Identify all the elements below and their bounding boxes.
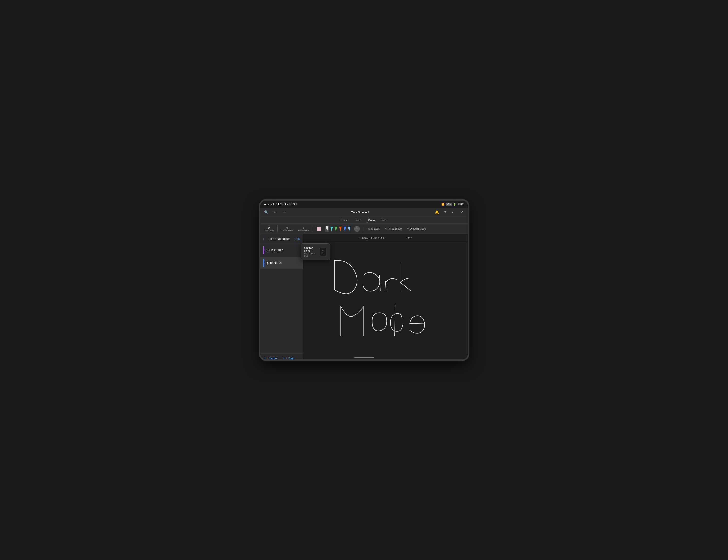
page-date: Sunday, 11 June 2017 [359, 237, 386, 240]
sidebar-header: ‹ Tim's Notebook Edit [260, 234, 303, 244]
add-pen-icon: + [356, 227, 358, 231]
pen-white-icon [326, 226, 328, 232]
pen-tool-blue[interactable] [343, 226, 347, 232]
color-swatch [317, 227, 321, 231]
popup-thumb-number: 1 [322, 250, 324, 254]
add-page-button[interactable]: ＋ + Page [281, 355, 296, 361]
shapes-label: Shapes [371, 228, 380, 230]
add-section-icon: ＋ [264, 356, 266, 360]
draw-toolbar: A Text Mode ⌾ Lasso Select ↕ Insert Spac… [260, 224, 468, 234]
add-section-label: + Section [267, 356, 278, 359]
notification-button[interactable]: 🔔 [434, 209, 440, 216]
time-label: 11:51 [276, 203, 283, 206]
popup-subtitle: No additional text [304, 252, 318, 257]
quick-notes-color-indicator [263, 259, 264, 267]
sidebar-item-quick-notes[interactable]: Quick Notes [260, 257, 303, 269]
pen-green-icon [335, 227, 337, 232]
pen-tool-teal[interactable] [330, 226, 334, 232]
ink-to-shape-icon: ✎ [385, 228, 387, 230]
pen-tools [325, 226, 351, 232]
add-page-icon: ＋ [282, 356, 285, 360]
search-button[interactable]: 🔍 [263, 209, 270, 216]
page-popup: Untitled Page No additional text 1 [301, 243, 330, 261]
insert-space-button[interactable]: ↕ Insert Space [296, 226, 311, 232]
popup-page-item[interactable]: Untitled Page No additional text 1 [302, 245, 328, 259]
menu-tabs: Home Insert Draw View [340, 218, 388, 223]
vpn-badge: VPN [446, 203, 452, 206]
insert-space-icon: ↕ [303, 226, 304, 229]
add-pen-button[interactable]: + [354, 226, 360, 232]
redo-button[interactable]: ↪ [281, 209, 287, 216]
sidebar-back-button[interactable]: ‹ [263, 237, 264, 241]
ink-to-shape-label: Ink to Shape [388, 228, 402, 230]
sidebar-edit-button[interactable]: Edit [295, 237, 300, 241]
drawing-mode-label: Drawing Mode [410, 228, 426, 230]
tab-home[interactable]: Home [340, 218, 349, 223]
tab-view[interactable]: View [381, 218, 389, 223]
sidebar-list: BC Talk 2017 Quick Notes [260, 244, 303, 353]
shapes-icon: ⬡ [368, 228, 370, 230]
insert-space-label: Insert Space [298, 229, 309, 232]
page-time: 13:47 [405, 237, 412, 240]
status-right: 📶 VPN 🔋 100% [441, 203, 464, 206]
shapes-button[interactable]: ⬡ Shapes [366, 227, 382, 231]
share-button[interactable]: ⬆ [442, 209, 448, 216]
tab-draw[interactable]: Draw [367, 218, 376, 223]
signal-label: ◀ Search [264, 203, 274, 206]
sidebar-footer: ＋ + Section ＋ + Page [260, 353, 303, 361]
sidebar: ‹ Tim's Notebook Edit BC Talk 2017 Quick… [260, 234, 303, 361]
status-left: ◀ Search 11:51 Tue 15 Oct [264, 203, 297, 206]
main-content: ‹ Tim's Notebook Edit BC Talk 2017 Quick… [260, 234, 468, 361]
lasso-select-button[interactable]: ⌾ Lasso Select [280, 226, 295, 232]
drawing-mode-icon: ✏ [407, 228, 409, 230]
pen-tool-light-blue[interactable] [347, 226, 351, 232]
text-mode-button[interactable]: A Text Mode [263, 226, 276, 232]
pen-light-blue-icon [348, 227, 350, 232]
popup-title: Untitled Page [304, 247, 318, 252]
popup-thumbnail: 1 [320, 248, 326, 256]
add-section-button[interactable]: ＋ + Section [262, 355, 280, 361]
toolbar-left: 🔍 ↩ ↪ [263, 209, 287, 216]
tab-insert[interactable]: Insert [354, 218, 362, 223]
wifi-icon: 📶 [441, 203, 444, 206]
battery-label: 100% [458, 203, 464, 206]
color-picker-button[interactable] [315, 226, 323, 232]
pen-orange-icon [339, 227, 342, 232]
page-header: Sunday, 11 June 2017 13:47 [303, 234, 468, 241]
pen-blue-icon [344, 227, 346, 232]
quick-notes-label: Quick Notes [266, 261, 282, 265]
home-indicator [354, 357, 374, 358]
bc-talk-label: BC Talk 2017 [266, 249, 283, 252]
text-mode-icon: A [268, 226, 270, 230]
battery-icon: 🔋 [453, 203, 456, 206]
fullscreen-button[interactable]: ⤢ [459, 209, 465, 216]
pen-tool-orange[interactable] [338, 226, 342, 232]
sidebar-title: Tim's Notebook [269, 237, 290, 241]
ink-to-shape-button[interactable]: ✎ Ink to Shape [383, 227, 404, 231]
pen-tool-white[interactable] [325, 226, 329, 232]
add-page-label: + Page [286, 356, 294, 359]
pen-tool-green[interactable] [334, 226, 338, 232]
right-tools: ⬡ Shapes ✎ Ink to Shape ✏ Drawing Mode [366, 227, 428, 231]
main-toolbar: 🔍 ↩ ↪ Tim's Notebook 🔔 ⬆ ⚙ ⤢ [260, 208, 468, 217]
undo-button[interactable]: ↩ [272, 209, 278, 216]
pen-teal-icon [330, 227, 333, 232]
sidebar-item-bc-talk[interactable]: BC Talk 2017 [260, 244, 303, 257]
divider-2 [313, 226, 313, 232]
notebook-title: Tim's Notebook [351, 211, 370, 214]
text-mode-label: Text Mode [265, 230, 274, 232]
ipad-frame: ◀ Search 11:51 Tue 15 Oct 📶 VPN 🔋 100% 🔍… [259, 199, 469, 361]
bc-talk-color-indicator [263, 246, 264, 254]
menu-bar: Home Insert Draw View [260, 217, 468, 224]
drawing-mode-button[interactable]: ✏ Drawing Mode [405, 227, 428, 231]
divider-1 [277, 226, 278, 232]
status-bar: ◀ Search 11:51 Tue 15 Oct 📶 VPN 🔋 100% [260, 201, 468, 208]
settings-button[interactable]: ⚙ [450, 209, 457, 216]
lasso-select-label: Lasso Select [282, 229, 293, 232]
lasso-icon: ⌾ [286, 226, 288, 229]
date-label: Tue 15 Oct [285, 203, 297, 206]
